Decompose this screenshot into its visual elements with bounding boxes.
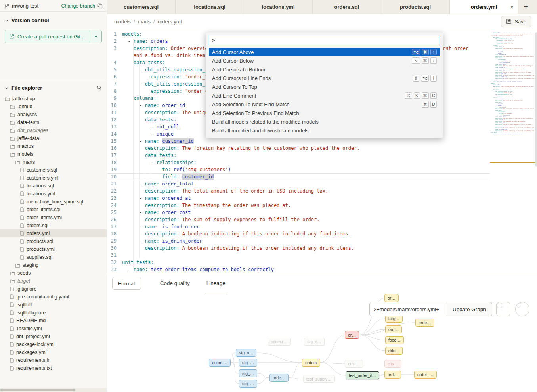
lineage-node[interactable]: ecom.… <box>209 359 231 367</box>
file-tree-item-order_items.yml[interactable]: order_items.yml <box>0 214 107 222</box>
file-tree-item-packages.yml[interactable]: packages.yml <box>0 348 107 356</box>
tab-lineage[interactable]: Lineage <box>205 273 227 293</box>
lineage-selector-input[interactable] <box>369 302 447 316</box>
file-explorer-header[interactable]: File explorer <box>0 85 107 91</box>
lineage-node[interactable]: stg_… <box>239 359 257 367</box>
file-tree-item-customers.sql[interactable]: customers.sql <box>0 166 107 174</box>
lineage-node[interactable]: orde… <box>415 319 434 327</box>
update-graph-button[interactable]: Update Graph <box>447 302 492 316</box>
file-tree-item-.github[interactable]: .github <box>0 103 107 111</box>
file-tree-item-jaffle-data[interactable]: jaffle-data <box>0 134 107 142</box>
code-line[interactable]: 27 - name: is_food_order <box>107 223 490 230</box>
lineage-node[interactable]: stg_… <box>239 380 257 388</box>
command-item[interactable]: Add Cursors to Line Ends⇧⌥I <box>209 74 440 82</box>
breadcrumb-part[interactable]: orders.yml <box>158 19 182 25</box>
code-line[interactable]: 18 - relationships: <box>107 159 490 166</box>
command-item[interactable]: Add Selection To Next Find Match⌘D <box>209 100 440 109</box>
scrollbar-thumb[interactable] <box>0 389 75 391</box>
lineage-node[interactable]: ord… <box>385 325 402 333</box>
breadcrumb-part[interactable]: marts <box>138 19 151 25</box>
lineage-node[interactable]: stg_c… <box>304 338 325 346</box>
file-tree-item-jaffle-shop[interactable]: jaffle-shop <box>0 95 107 103</box>
lineage-node[interactable]: cus… <box>384 360 401 368</box>
file-tree-item-requirements.in[interactable]: requirements.in <box>0 356 107 364</box>
command-item[interactable]: Add Line Comment⌘K⌘C <box>209 91 440 100</box>
file-tree-item-order_items.sql[interactable]: order_items.sql <box>0 206 107 214</box>
file-tree-item-metricflow_time_spine.sql[interactable]: metricflow_time_spine.sql <box>0 198 107 206</box>
lineage-node[interactable]: test_order_it… <box>346 371 379 379</box>
create-pr-button[interactable]: Create a pull request on Git... <box>5 30 102 43</box>
file-tree-item-.pre-commit-config.yaml[interactable]: .pre-commit-config.yaml <box>0 293 107 301</box>
lineage-node[interactable]: or… <box>345 331 359 339</box>
lineage-node[interactable]: ord… <box>384 371 401 379</box>
command-item[interactable]: Add Cursor Above⌥⌘↑ <box>209 48 440 56</box>
file-tree-item-dbt_project.yml[interactable]: dbt_project.yml <box>0 333 107 340</box>
command-item[interactable]: Build all modified and downstream models <box>209 126 440 135</box>
lineage-node[interactable]: stg_… <box>239 369 257 377</box>
file-tree-item-orders.yml[interactable]: orders.yml <box>0 229 107 237</box>
code-line[interactable]: 26 description: The sum of supply expens… <box>107 216 490 223</box>
lineage-node[interactable]: orders <box>302 359 320 367</box>
command-item[interactable]: Add Cursors To Top <box>209 82 440 91</box>
file-tree-item-products.sql[interactable]: products.sql <box>0 237 107 245</box>
lineage-node[interactable]: food… <box>385 336 404 344</box>
minimap[interactable]: models: - name: orders description: Orde… <box>490 29 535 273</box>
file-tree-item-.gitignore[interactable]: .gitignore <box>0 285 107 293</box>
file-tree-item-target[interactable]: target <box>0 277 107 285</box>
code-line[interactable]: 22 description: The total amount of the … <box>107 187 490 195</box>
file-tree-item-data-tests[interactable]: data-tests <box>0 119 107 126</box>
tab-orders.yml[interactable]: orders.yml× <box>450 0 518 14</box>
save-button[interactable]: Save <box>501 16 531 27</box>
lineage-node[interactable]: ecom.r… <box>268 338 291 346</box>
code-line[interactable]: 17 data_tests: <box>107 152 490 159</box>
file-tree-item-Taskfile.yml[interactable]: Taskfile.yml <box>0 325 107 333</box>
code-line[interactable]: 29 - name: is_drink_order <box>107 237 490 245</box>
code-line[interactable]: 24 description: The timestamp the order … <box>107 202 490 209</box>
code-line[interactable]: 31 <box>107 252 490 259</box>
lineage-node[interactable]: drin… <box>385 347 403 355</box>
pr-dropdown-button[interactable] <box>90 30 101 43</box>
file-tree-item-locations.sql[interactable]: locations.sql <box>0 182 107 190</box>
lineage-canvas[interactable]: or…orde…larg…ord…or…food…drin…ecom.r…stg… <box>107 293 537 392</box>
file-tree-item-orders.sql[interactable]: orders.sql <box>0 222 107 229</box>
file-tree-item-.sqlfluffignore[interactable]: .sqlfluffignore <box>0 309 107 317</box>
command-item[interactable]: Add Selection To Previous Find Match <box>209 109 440 117</box>
editor-scrollbar[interactable] <box>535 32 537 167</box>
lineage-node[interactable]: orde… <box>269 374 289 382</box>
file-tree-item-package-lock.yml[interactable]: package-lock.yml <box>0 340 107 348</box>
copy-icon[interactable] <box>97 3 103 8</box>
tab-customers.sql[interactable]: customers.sql <box>107 0 176 14</box>
command-input[interactable] <box>209 35 440 45</box>
file-tree-item-README.md[interactable]: README.md <box>0 317 107 325</box>
code-line[interactable]: 21 - name: order_total <box>107 180 490 187</box>
file-tree-item-marts[interactable]: marts <box>0 158 107 166</box>
file-tree-item-models[interactable]: models <box>0 150 107 158</box>
version-control-header[interactable]: Version control <box>0 17 107 23</box>
code-line[interactable]: 20 field: customer_id <box>107 173 490 180</box>
tab-locations.sql[interactable]: locations.sql <box>176 0 244 14</box>
sidebar-scrollbar[interactable] <box>0 388 107 392</box>
code-line[interactable]: 33 - name: test_order_items_compute_to_b… <box>107 266 490 273</box>
file-tree-item-dbt_packages[interactable]: dbt_packages <box>0 126 107 134</box>
command-item[interactable]: Add Cursor Below⌥⌘↓ <box>209 56 440 65</box>
format-button[interactable]: Format <box>112 277 141 290</box>
close-icon[interactable]: × <box>510 4 514 10</box>
breadcrumb-part[interactable]: models <box>114 19 131 25</box>
change-branch-link[interactable]: Change branch <box>61 3 95 9</box>
file-tree-item-staging[interactable]: staging <box>0 261 107 269</box>
file-tree-item-.sqlfluff[interactable]: .sqlfluff <box>0 301 107 309</box>
search-icon[interactable] <box>97 85 102 90</box>
lineage-node[interactable]: cust… <box>345 360 363 368</box>
command-item[interactable]: Add Cursors To Bottom <box>209 65 440 74</box>
lineage-node[interactable]: order_… <box>414 371 437 379</box>
code-line[interactable]: 16 description: The foreign key relating… <box>107 145 490 152</box>
tab-code-quality[interactable]: Code quality <box>159 273 191 293</box>
tab-orders.sql[interactable]: orders.sql <box>313 0 381 14</box>
file-tree-item-locations.yml[interactable]: locations.yml <box>0 190 107 198</box>
tab-locations.yml[interactable]: locations.yml <box>244 0 313 14</box>
fullscreen-button[interactable] <box>496 302 510 316</box>
code-line[interactable]: 23 - name: ordered_at <box>107 195 490 202</box>
file-tree-item-customers.yml[interactable]: customers.yml <box>0 174 107 182</box>
code-line[interactable]: 28 description: A boolean indicating if … <box>107 230 490 237</box>
refresh-button[interactable] <box>515 302 529 316</box>
